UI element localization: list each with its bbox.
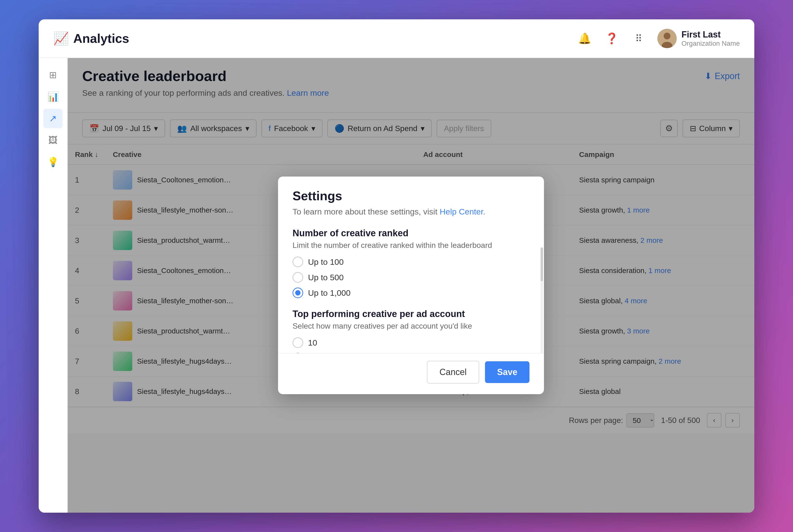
radio-dot-1000 bbox=[295, 290, 301, 296]
radio-group-top-performing: 10 20 bbox=[292, 337, 536, 353]
sidebar-item-analytics[interactable]: ↗ bbox=[43, 109, 63, 128]
radio-label-500: Up to 500 bbox=[308, 273, 344, 282]
radio-circle-100 bbox=[292, 256, 303, 267]
modal-subtitle: To learn more about these settings, visi… bbox=[292, 207, 529, 216]
avatar bbox=[657, 29, 677, 48]
modal-header: Settings To learn more about these setti… bbox=[278, 176, 544, 223]
main-layout: ⊞ 📊 ↗ 🖼 💡 Creative leaderboard bbox=[39, 58, 754, 513]
help-icon: ❓ bbox=[605, 32, 618, 45]
section-desc-top-performing: Select how many creatives per ad account… bbox=[292, 322, 536, 330]
insights-icon: 💡 bbox=[47, 157, 59, 167]
svg-point-1 bbox=[664, 33, 671, 39]
reports-icon: 📊 bbox=[47, 91, 59, 102]
analytics-icon: 📈 bbox=[53, 31, 69, 46]
radio-label-10: 10 bbox=[308, 338, 317, 347]
radio-circle-1000 bbox=[292, 287, 303, 298]
content-area: Creative leaderboard ⬇ Export See a rank… bbox=[68, 58, 754, 513]
help-button[interactable]: ❓ bbox=[603, 30, 621, 47]
notifications-button[interactable]: 🔔 bbox=[576, 30, 594, 47]
user-menu-button[interactable]: First Last Organization Name bbox=[657, 29, 740, 48]
modal-footer: Cancel Save bbox=[278, 353, 544, 394]
user-name: First Last bbox=[681, 30, 740, 40]
app-window: 📈 Analytics 🔔 ❓ ⠿ bbox=[39, 19, 754, 513]
user-info: First Last Organization Name bbox=[681, 30, 740, 48]
help-center-link[interactable]: Help Center. bbox=[440, 207, 485, 216]
sidebar-item-dashboard[interactable]: ⊞ bbox=[43, 65, 63, 84]
sidebar-item-creative[interactable]: 🖼 bbox=[43, 131, 63, 150]
settings-section-creative-ranked: Number of creative ranked Limit the numb… bbox=[292, 228, 536, 298]
nav-logo: 📈 Analytics bbox=[53, 31, 129, 46]
radio-label-100: Up to 100 bbox=[308, 257, 344, 267]
section-title-top-performing: Top performing creative per ad account bbox=[292, 309, 536, 319]
sidebar: ⊞ 📊 ↗ 🖼 💡 bbox=[39, 58, 68, 513]
radio-label-1000: Up to 1,000 bbox=[308, 288, 351, 298]
radio-up-to-100[interactable]: Up to 100 bbox=[292, 256, 536, 267]
radio-10[interactable]: 10 bbox=[292, 337, 536, 348]
apps-button[interactable]: ⠿ bbox=[630, 30, 648, 47]
radio-20[interactable]: 20 bbox=[292, 353, 536, 353]
sidebar-item-reports[interactable]: 📊 bbox=[43, 87, 63, 107]
save-button[interactable]: Save bbox=[485, 361, 529, 383]
user-org: Organization Name bbox=[681, 40, 740, 48]
top-nav: 📈 Analytics 🔔 ❓ ⠿ bbox=[39, 19, 754, 58]
settings-modal: Settings To learn more about these setti… bbox=[278, 176, 544, 394]
radio-circle-10 bbox=[292, 337, 303, 348]
cancel-button[interactable]: Cancel bbox=[427, 361, 479, 383]
radio-circle-20 bbox=[292, 353, 303, 353]
modal-title: Settings bbox=[292, 189, 529, 203]
modal-body: Number of creative ranked Limit the numb… bbox=[278, 223, 544, 353]
radio-up-to-1000[interactable]: Up to 1,000 bbox=[292, 287, 536, 298]
analytics-nav-icon: ↗ bbox=[49, 113, 57, 124]
app-title: Analytics bbox=[73, 31, 129, 46]
radio-up-to-500[interactable]: Up to 500 bbox=[292, 272, 536, 283]
radio-group-creative-ranked: Up to 100 Up to 500 bbox=[292, 256, 536, 298]
section-desc-creative-ranked: Limit the number of creative ranked with… bbox=[292, 241, 536, 250]
dashboard-icon: ⊞ bbox=[49, 70, 57, 80]
creative-icon: 🖼 bbox=[49, 135, 58, 146]
section-title-creative-ranked: Number of creative ranked bbox=[292, 228, 536, 239]
radio-circle-500 bbox=[292, 272, 303, 283]
nav-right: 🔔 ❓ ⠿ First Last Organization Nam bbox=[576, 29, 740, 48]
bell-icon: 🔔 bbox=[578, 32, 592, 45]
modal-overlay[interactable]: Settings To learn more about these setti… bbox=[68, 58, 754, 513]
sidebar-item-insights[interactable]: 💡 bbox=[43, 152, 63, 172]
grid-icon: ⠿ bbox=[635, 33, 643, 44]
settings-section-top-performing: Top performing creative per ad account S… bbox=[292, 309, 536, 353]
